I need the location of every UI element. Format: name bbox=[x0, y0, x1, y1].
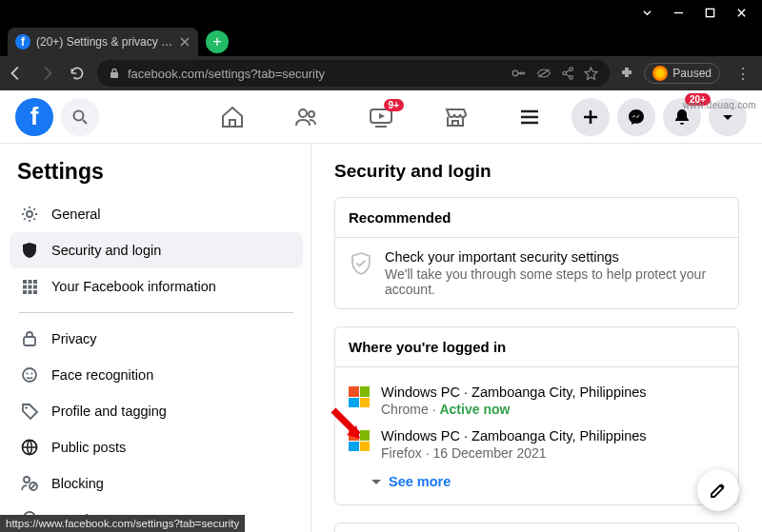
session-title: Windows PC · Zamboanga City, Philippines bbox=[381, 384, 647, 400]
tab-title: (20+) Settings & privacy | Facebo bbox=[36, 35, 173, 49]
edit-fab-button[interactable] bbox=[697, 469, 739, 511]
nav-watch-icon[interactable]: 9+ bbox=[368, 104, 394, 130]
sidebar-divider bbox=[19, 312, 293, 313]
window-titlebar bbox=[0, 0, 762, 26]
gear-icon bbox=[19, 204, 40, 225]
svg-point-2 bbox=[512, 70, 518, 76]
share-icon[interactable] bbox=[561, 67, 574, 80]
grid-icon bbox=[19, 276, 40, 297]
globe-icon bbox=[19, 437, 40, 458]
star-icon[interactable] bbox=[584, 67, 598, 81]
sidebar-item-general[interactable]: General bbox=[10, 196, 303, 232]
browser-menu-button[interactable]: ⋮ bbox=[730, 65, 756, 83]
card-heading: Where you're logged in bbox=[335, 327, 738, 367]
key-icon[interactable] bbox=[511, 67, 527, 80]
sidebar-item-label: Face recognition bbox=[51, 367, 153, 383]
nav-home-icon[interactable] bbox=[219, 104, 246, 130]
address-bar[interactable]: facebook.com/settings?tab=security bbox=[97, 60, 610, 87]
svg-point-3 bbox=[570, 68, 573, 71]
sidebar-item-label: Public posts bbox=[51, 440, 126, 455]
recommended-title: Check your important security settings bbox=[385, 249, 725, 265]
sidebar-item-label: Security and login bbox=[51, 243, 161, 258]
search-button[interactable] bbox=[61, 98, 99, 136]
svg-point-21 bbox=[23, 368, 36, 382]
see-more-link[interactable]: See more bbox=[389, 474, 451, 489]
svg-rect-20 bbox=[24, 337, 35, 345]
settings-sidebar: Settings General Security and login Your… bbox=[0, 144, 311, 532]
windows-icon bbox=[349, 430, 370, 451]
svg-rect-0 bbox=[706, 9, 713, 16]
create-button[interactable] bbox=[572, 98, 610, 136]
tab-close-icon[interactable] bbox=[179, 36, 190, 48]
search-icon bbox=[72, 109, 88, 125]
eye-off-icon[interactable] bbox=[536, 67, 551, 80]
session-subtitle: Firefox · 16 December 2021 bbox=[381, 445, 647, 461]
svg-point-6 bbox=[74, 110, 84, 120]
sidebar-item-profile-tagging[interactable]: Profile and tagging bbox=[10, 393, 303, 429]
browser-tab[interactable]: f (20+) Settings & privacy | Facebo bbox=[8, 28, 198, 56]
plus-icon bbox=[581, 108, 600, 127]
browser-tabstrip: f (20+) Settings & privacy | Facebo + bbox=[0, 26, 762, 56]
sessions-card: Where you're logged in Windows PC · Zamb… bbox=[334, 326, 739, 505]
svg-rect-14 bbox=[23, 286, 27, 289]
session-subtitle: Chrome · Active now bbox=[381, 402, 647, 417]
see-more-row[interactable]: See more bbox=[349, 466, 725, 493]
shield-icon bbox=[19, 240, 40, 261]
tab-favicon-icon: f bbox=[15, 34, 30, 49]
back-button[interactable] bbox=[6, 63, 27, 84]
main-layout: Settings General Security and login Your… bbox=[0, 144, 762, 532]
svg-rect-17 bbox=[23, 290, 27, 294]
url-text: facebook.com/settings?tab=security bbox=[128, 67, 325, 81]
shield-check-icon bbox=[349, 251, 373, 276]
svg-point-26 bbox=[24, 477, 30, 483]
svg-point-10 bbox=[27, 211, 32, 217]
sidebar-item-security[interactable]: Security and login bbox=[10, 232, 303, 268]
extensions-icon[interactable] bbox=[619, 66, 634, 81]
tag-icon bbox=[19, 401, 40, 422]
new-tab-button[interactable]: + bbox=[206, 30, 229, 53]
sidebar-item-public-posts[interactable]: Public posts bbox=[10, 429, 303, 465]
svg-point-7 bbox=[299, 109, 307, 117]
block-icon bbox=[19, 473, 40, 494]
svg-point-22 bbox=[27, 373, 29, 375]
card-heading: Recommended bbox=[335, 198, 738, 238]
recommended-item[interactable]: Check your important security settings W… bbox=[349, 249, 725, 297]
messenger-icon bbox=[627, 108, 646, 127]
svg-rect-12 bbox=[29, 280, 32, 284]
window-minimize-icon[interactable] bbox=[673, 5, 684, 22]
window-close-icon[interactable] bbox=[736, 5, 747, 22]
svg-rect-16 bbox=[33, 286, 37, 289]
nav-marketplace-icon[interactable] bbox=[442, 104, 469, 130]
window-chevron-icon[interactable] bbox=[642, 5, 652, 22]
paused-label: Paused bbox=[672, 67, 712, 80]
facebook-logo-icon[interactable]: f bbox=[15, 98, 53, 136]
session-row[interactable]: Windows PC · Zamboanga City, Philippines… bbox=[349, 423, 725, 466]
chevron-down-icon bbox=[371, 480, 381, 484]
svg-rect-13 bbox=[33, 280, 37, 284]
nav-menu-icon[interactable] bbox=[516, 104, 543, 130]
svg-point-23 bbox=[31, 373, 33, 375]
sidebar-item-privacy[interactable]: Privacy bbox=[10, 321, 303, 357]
sidebar-item-blocking[interactable]: Blocking bbox=[10, 465, 303, 502]
svg-point-5 bbox=[570, 76, 573, 80]
pencil-icon bbox=[709, 481, 728, 500]
sidebar-item-label: Privacy bbox=[51, 331, 97, 346]
sidebar-item-fb-info[interactable]: Your Facebook information bbox=[10, 268, 303, 305]
session-title: Windows PC · Zamboanga City, Philippines bbox=[381, 428, 647, 443]
svg-point-4 bbox=[563, 71, 567, 75]
sidebar-item-face[interactable]: Face recognition bbox=[10, 357, 303, 393]
reload-button[interactable] bbox=[67, 63, 88, 84]
lock-icon bbox=[109, 68, 120, 79]
profile-paused-chip[interactable]: Paused bbox=[644, 63, 720, 84]
sidebar-item-label: Blocking bbox=[51, 476, 104, 491]
center-nav: 9+ bbox=[219, 104, 543, 130]
recommended-subtitle: We'll take you through some steps to hel… bbox=[385, 266, 725, 297]
svg-rect-18 bbox=[29, 290, 32, 294]
nav-friends-icon[interactable] bbox=[293, 104, 320, 130]
messenger-button[interactable] bbox=[617, 98, 655, 136]
window-maximize-icon[interactable] bbox=[705, 5, 715, 22]
forward-button[interactable] bbox=[36, 63, 57, 84]
profile-avatar-icon bbox=[652, 66, 668, 81]
session-row[interactable]: Windows PC · Zamboanga City, Philippines… bbox=[349, 379, 725, 423]
lock-icon bbox=[19, 328, 40, 349]
